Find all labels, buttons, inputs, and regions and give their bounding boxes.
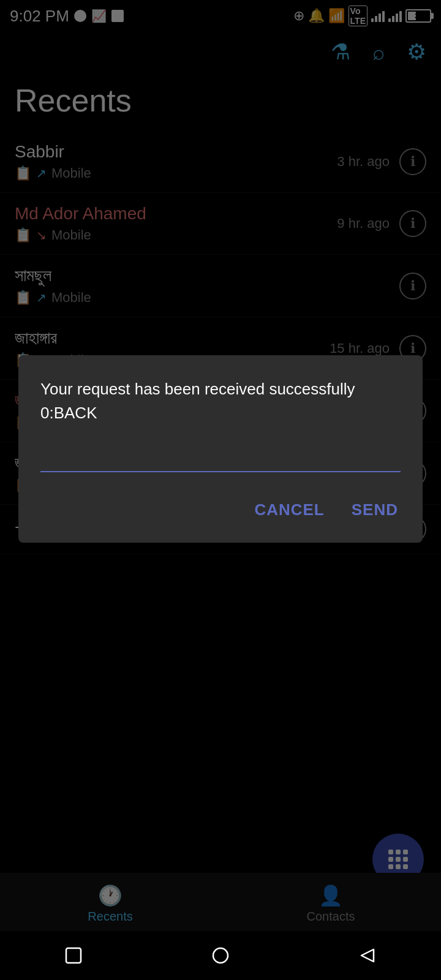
svg-marker-2	[361, 949, 374, 962]
dialog: Your request has been received successfu…	[18, 355, 423, 543]
dialog-message: Your request has been received successfu…	[40, 377, 401, 425]
cancel-button[interactable]: CANCEL	[252, 494, 326, 526]
dialog-actions: CANCEL SEND	[40, 494, 401, 526]
nav-back-button[interactable]	[353, 941, 382, 970]
svg-rect-0	[66, 948, 81, 963]
nav-home-button[interactable]	[206, 941, 235, 970]
square-icon	[62, 944, 85, 967]
nav-recents-button[interactable]	[59, 941, 88, 970]
dialog-input[interactable]	[40, 442, 401, 472]
svg-point-1	[213, 948, 228, 963]
triangle-icon	[356, 944, 379, 967]
circle-icon	[209, 944, 232, 967]
system-nav-bar	[0, 931, 441, 980]
send-button[interactable]: SEND	[349, 494, 401, 526]
